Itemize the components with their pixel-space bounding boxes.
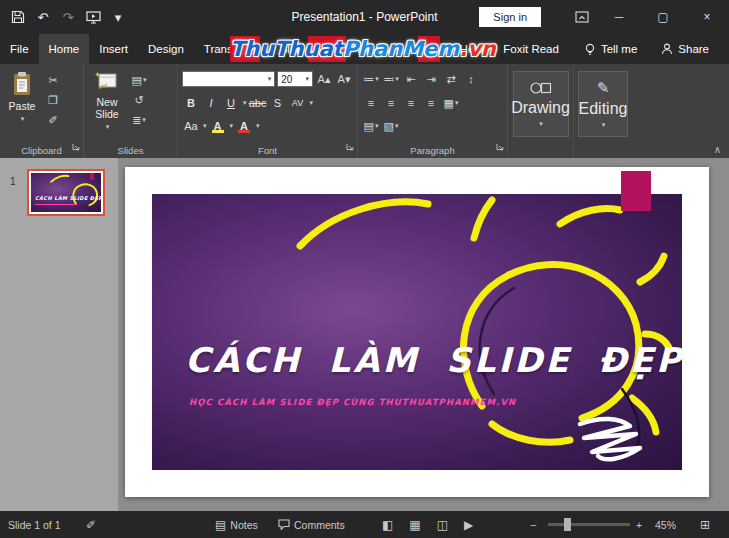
cut-button[interactable]: ✂: [44, 71, 62, 89]
slide-thumbnail-panel[interactable]: 1 CÁCH LÀM SLIDE ĐẸP: [0, 158, 118, 511]
chevron-down-icon: ▾: [143, 76, 147, 84]
grow-font-button[interactable]: A▴: [315, 70, 333, 88]
bookmark-shape[interactable]: [621, 171, 651, 211]
new-slide-button[interactable]: New Slide ▾: [84, 64, 130, 131]
zoom-slider[interactable]: [548, 523, 630, 526]
share-button[interactable]: Share: [649, 34, 729, 64]
tab-file[interactable]: File: [0, 34, 39, 64]
align-text-button[interactable]: ▤▾: [362, 117, 380, 135]
tab-transitions[interactable]: Transitions: [194, 34, 270, 64]
highlight-color-button[interactable]: A: [209, 117, 227, 135]
underline-button[interactable]: U: [222, 94, 240, 112]
shrink-font-button[interactable]: A▾: [335, 70, 353, 88]
section-button[interactable]: ≣▾: [130, 111, 148, 129]
highlight-dropdown-icon[interactable]: ▾: [230, 122, 234, 130]
underline-dropdown-icon[interactable]: ▾: [243, 99, 247, 107]
normal-view-button[interactable]: ◧: [382, 518, 393, 532]
zoom-slider-thumb[interactable]: [564, 518, 571, 531]
undo-button[interactable]: ↶: [31, 4, 55, 30]
tab-slide-show[interactable]: Slide Show: [270, 34, 348, 64]
change-case-button[interactable]: Aa: [182, 117, 200, 135]
ribbon-group-editing: ✎ Editing ▾: [574, 64, 632, 158]
editing-button[interactable]: ✎ Editing ▾: [578, 71, 628, 137]
slide-editor[interactable]: CÁCH LÀM SLIDE ĐẸP HỌC CÁCH LÀM SLIDE ĐẸ…: [125, 167, 709, 497]
columns-button[interactable]: ▦▾: [442, 94, 460, 112]
increase-indent-button[interactable]: ⇥: [422, 70, 440, 88]
character-spacing-button[interactable]: AV: [289, 94, 307, 112]
zoom-level[interactable]: 45%: [655, 511, 676, 538]
ribbon-group-font: ▾ 20▾ A▴ A▾ B I U ▾ abc S AV ▾ Aa ▾ A ▾ …: [178, 64, 358, 158]
save-button[interactable]: [6, 4, 30, 30]
collapse-ribbon-button[interactable]: ∧: [714, 144, 721, 155]
font-color-dropdown-icon[interactable]: ▾: [256, 122, 260, 130]
close-button[interactable]: ×: [685, 0, 729, 34]
paragraph-dialog-launcher[interactable]: [496, 137, 504, 155]
slide-subtitle-text[interactable]: HỌC CÁCH LÀM SLIDE ĐẸP CÙNG THUTHUATPHAN…: [189, 397, 516, 407]
slide-title-text[interactable]: CÁCH LÀM SLIDE ĐẸP: [185, 340, 682, 380]
bullets-button[interactable]: ≔▾: [362, 70, 380, 88]
format-painter-button[interactable]: ✐: [44, 111, 62, 129]
zoom-out-button[interactable]: −: [530, 511, 536, 538]
slide-thumbnail[interactable]: CÁCH LÀM SLIDE ĐẸP: [27, 169, 105, 216]
convert-smartart-button[interactable]: ▧▾: [382, 117, 400, 135]
copy-button[interactable]: ❐: [44, 91, 62, 109]
bold-button[interactable]: B: [182, 94, 200, 112]
zoom-in-button[interactable]: +: [636, 511, 642, 538]
reading-view-button[interactable]: ◫: [437, 518, 448, 532]
change-case-dropdown-icon[interactable]: ▾: [203, 122, 207, 130]
new-slide-dropdown-icon: ▾: [106, 123, 110, 131]
ribbon-display-options-button[interactable]: [567, 0, 597, 34]
tab-foxit[interactable]: Foxit Read: [493, 34, 569, 64]
slide-background-image[interactable]: CÁCH LÀM SLIDE ĐẸP HỌC CÁCH LÀM SLIDE ĐẸ…: [152, 194, 682, 470]
ribbon-group-clipboard: Paste ▾ ✂ ❐ ✐ Clipboard: [0, 64, 84, 158]
strikethrough-button[interactable]: abc: [249, 94, 267, 112]
maximize-button[interactable]: ▢: [641, 0, 685, 34]
font-color-button[interactable]: A: [235, 117, 253, 135]
start-slideshow-button[interactable]: [81, 4, 105, 30]
ribbon-tab-row: File Home Insert Design Transitions Slid…: [0, 34, 729, 64]
slide-number: 1: [10, 176, 16, 187]
font-dialog-launcher[interactable]: [346, 137, 354, 155]
customize-qat-button[interactable]: ▾: [106, 4, 130, 30]
tab-home[interactable]: Home: [39, 34, 90, 64]
slide-sorter-view-button[interactable]: ▦: [409, 518, 420, 532]
notes-button[interactable]: ▤ Notes: [215, 511, 258, 538]
titlebar-controls: Sign in ─ ▢ ×: [479, 0, 729, 34]
font-name-combo[interactable]: ▾: [182, 71, 275, 87]
slide-layout-button[interactable]: ▤▾: [130, 71, 148, 89]
align-center-button[interactable]: ≡: [382, 94, 400, 112]
character-spacing-dropdown-icon[interactable]: ▾: [310, 99, 314, 107]
sign-in-button[interactable]: Sign in: [479, 7, 541, 27]
powerpoint-window: ↶ ↷ ▾ Presentation1 - PowerPoint Sign in…: [0, 0, 729, 538]
paste-button[interactable]: Paste ▾: [0, 64, 44, 129]
tab-review[interactable]: Review: [347, 34, 405, 64]
slideshow-view-button[interactable]: ▶: [464, 518, 473, 532]
decrease-indent-button[interactable]: ⇤: [402, 70, 420, 88]
drawing-button[interactable]: Drawing ▾: [513, 71, 569, 137]
tab-help[interactable]: Help: [450, 34, 494, 64]
fit-slide-button[interactable]: ⊞: [700, 511, 710, 538]
quick-access-toolbar: ↶ ↷ ▾: [0, 4, 130, 30]
tab-design[interactable]: Design: [138, 34, 194, 64]
comments-button[interactable]: Comments: [278, 511, 345, 538]
tab-insert[interactable]: Insert: [89, 34, 138, 64]
chevron-down-icon: ▾: [375, 75, 379, 83]
justify-button[interactable]: ≡: [422, 94, 440, 112]
redo-button[interactable]: ↷: [56, 4, 80, 30]
text-shadow-button[interactable]: S: [269, 94, 287, 112]
tell-me-button[interactable]: Tell me: [572, 34, 649, 64]
tab-view[interactable]: View: [405, 34, 450, 64]
font-size-combo[interactable]: 20▾: [277, 71, 313, 87]
reset-slide-button[interactable]: ↺: [130, 91, 148, 109]
minimize-button[interactable]: ─: [597, 0, 641, 34]
line-spacing-button[interactable]: ↕: [462, 70, 480, 88]
italic-button[interactable]: I: [202, 94, 220, 112]
ink-button[interactable]: ✐: [86, 511, 96, 538]
numbering-button[interactable]: ≕▾: [382, 70, 400, 88]
paste-icon: [11, 71, 33, 97]
align-right-button[interactable]: ≡: [402, 94, 420, 112]
align-left-button[interactable]: ≡: [362, 94, 380, 112]
text-direction-button[interactable]: ⇄: [442, 70, 460, 88]
lightbulb-drawing: [152, 194, 682, 470]
clipboard-dialog-launcher[interactable]: [72, 137, 80, 155]
